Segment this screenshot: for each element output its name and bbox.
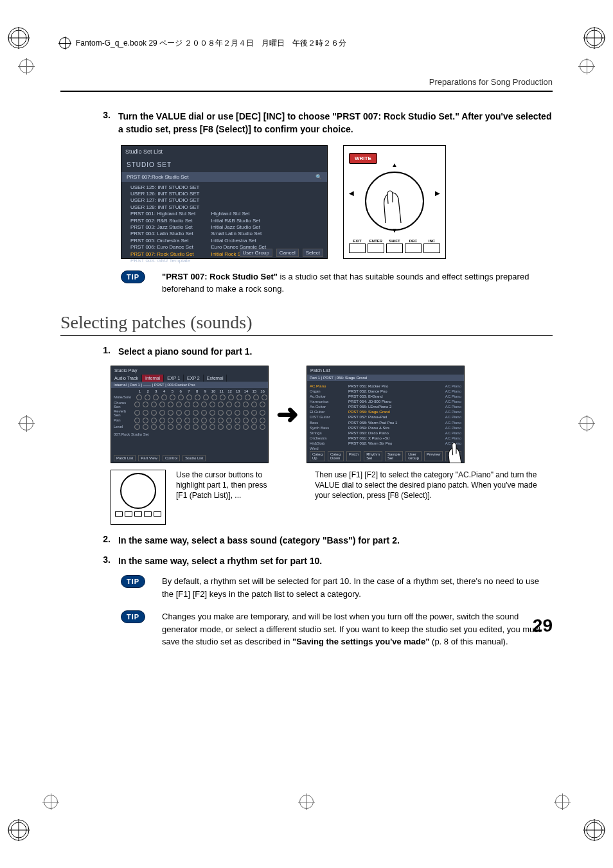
tip-text: Changes you make are temporary, and will… [162, 610, 553, 648]
section-rule [60, 335, 553, 336]
crop-mark-icon [44, 795, 58, 809]
running-header: Preparations for Song Production [60, 77, 553, 87]
studio-play-screenshot: Studio Play Audio TrackInternalEXP 1EXP … [111, 366, 269, 463]
screenshot-info: Internal | Part 1 | —— | PRST | 001:Rock… [111, 382, 268, 388]
tip-text: By default, a rhythm set will be selecte… [162, 575, 553, 600]
step-3: 3. Turn the VALUE dial or use [DEC] [INC… [60, 110, 553, 136]
studio-set-label: 007:Rock Studio Set [111, 431, 268, 438]
patch-list-screenshot: Patch List Part 1 | PRST | 056: Stage Gr… [306, 366, 465, 463]
screenshot-titlebar: Studio Play [111, 366, 268, 375]
step-2: 2. In the same way, select a bass sound … [60, 534, 553, 547]
step-number: 2. [60, 534, 118, 547]
screenshot-softkeys: Patch ListPart ViewControlStudio List [114, 455, 265, 461]
step-number: 3. [60, 554, 118, 567]
arrow-right-icon: ➜ [274, 398, 301, 430]
screenshot-heading: STUDIO SET [121, 157, 327, 172]
step-3b: 3. In the same way, select a rhythm set … [60, 554, 553, 567]
category-list: AC.PianoOrganAc.GuitarHarmonicaAc.Guitar… [307, 381, 346, 461]
step-1: 1. Select a piano sound for part 1. [60, 345, 553, 358]
tip-badge: TIP [121, 610, 145, 623]
screenshot-softkeys: Categ UpCateg DownPatchRhythm SetSample … [310, 451, 461, 461]
step-text: Select a piano sound for part 1. [118, 345, 553, 358]
screenshot-titlebar: Studio Set List [121, 146, 327, 157]
page-number: 29 [533, 616, 553, 636]
screenshot-tabs: Audio TrackInternalEXP 1EXP 2External [111, 375, 268, 382]
figure-row-2: Studio Play Audio TrackInternalEXP 1EXP … [111, 366, 553, 463]
figure-row-1: Studio Set List STUDIO SET PRST 007:Rock… [121, 145, 553, 259]
transport-buttons [348, 244, 441, 253]
tip-badge: TIP [121, 270, 145, 283]
tip-badge: TIP [121, 575, 145, 588]
screenshot-titlebar: Patch List [307, 366, 464, 375]
value-dial-icon [365, 172, 424, 231]
write-button: WRITE [349, 153, 377, 164]
caption-row: Use the cursor buttons to highlight part… [111, 470, 553, 525]
studio-set-list-screenshot: Studio Set List STUDIO SET PRST 007:Rock… [121, 145, 328, 259]
corner-mark-icon [8, 819, 30, 841]
arrow-up-icon: ▲ [391, 161, 398, 168]
step-number: 3. [60, 110, 118, 136]
pointing-hand-icon [446, 441, 465, 463]
part-numbers: 12345678910111213141516 [111, 388, 268, 393]
crop-mark-icon [555, 795, 569, 809]
step-text: In the same way, select a bass sound (ca… [118, 534, 553, 547]
step-text: In the same way, select a rhythm set for… [118, 554, 553, 567]
tip-text: "PRST 007: Rock Studio Set" is a studio … [162, 270, 553, 296]
tip-3: TIP Changes you make are temporary, and … [121, 610, 553, 648]
arrow-down-icon: ▼ [391, 227, 398, 234]
header-rule [60, 91, 553, 92]
screenshot-selected: PRST 007:Rock Studio Set [127, 174, 188, 180]
cursor-buttons-diagram [111, 470, 166, 525]
arrow-right-icon: ▶ [435, 190, 440, 197]
screenshot-header: Part 1 | PRST | 056: Stage Grand [307, 375, 464, 381]
step-text: Turn the VALUE dial or use [DEC] [INC] t… [118, 110, 553, 136]
caption-left: Use the cursor buttons to highlight part… [176, 470, 279, 501]
mixer-grid: Mute/SoloChorus SenReverb SenPanLevel [111, 393, 268, 431]
tip-2: TIP By default, a rhythm set will be sel… [121, 575, 553, 600]
tip-1: TIP "PRST 007: Rock Studio Set" is a stu… [121, 270, 553, 296]
corner-mark-icon [583, 819, 605, 841]
section-heading: Selecting patches (sounds) [60, 312, 553, 333]
value-dial-diagram: WRITE ▲ ◀ ▶ ▼ [343, 145, 446, 259]
arrow-left-icon: ◀ [349, 190, 354, 197]
caption-right: Then use [F1] [F2] to select the categor… [315, 470, 553, 501]
step-number: 1. [60, 345, 118, 358]
crop-mark-icon [299, 795, 314, 809]
screenshot-softkeys: User GroupCancelSelect [240, 249, 324, 257]
